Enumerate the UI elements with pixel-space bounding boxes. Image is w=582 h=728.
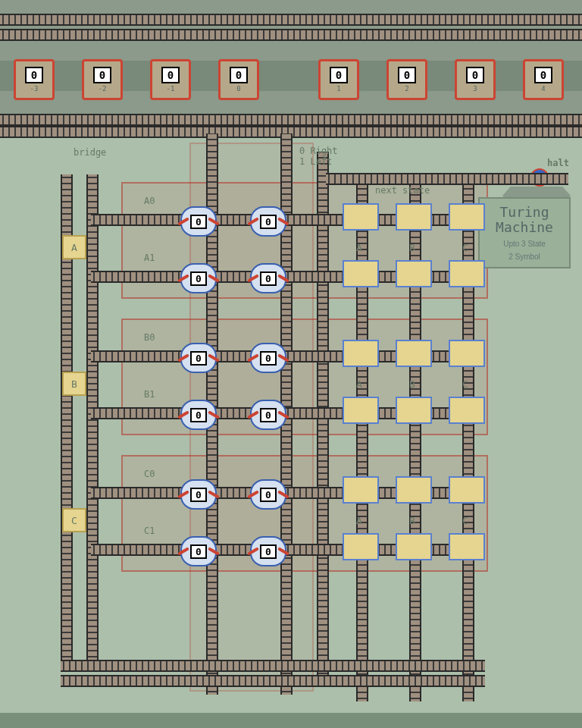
tape-cell[interactable]: 0-1 xyxy=(150,59,191,100)
next-header: C xyxy=(462,378,468,390)
tape-track-bottom xyxy=(0,114,582,126)
tape-track-top xyxy=(0,14,582,26)
next-state-cell[interactable] xyxy=(449,397,485,424)
next-header: B xyxy=(409,378,415,390)
row-label: A1 xyxy=(144,253,155,263)
halt-label: halt xyxy=(547,158,569,168)
next-header: B xyxy=(409,515,415,526)
tape-cell[interactable]: 03 xyxy=(455,59,496,100)
tape-cell[interactable]: 02 xyxy=(386,59,427,100)
write-switch[interactable]: 0 xyxy=(180,263,217,293)
next-state-cell[interactable] xyxy=(449,203,485,231)
write-switch[interactable]: 0 xyxy=(180,343,217,373)
tape-cell[interactable]: 0-2 xyxy=(82,59,123,100)
tape-cell[interactable]: 01 xyxy=(318,59,359,100)
next-state-cell[interactable] xyxy=(343,260,379,287)
next-state-cell[interactable] xyxy=(396,203,432,231)
next-state-cell[interactable] xyxy=(343,340,379,367)
row-label: C1 xyxy=(144,526,155,536)
next-header: A xyxy=(356,242,362,253)
next-state-cell[interactable] xyxy=(396,340,432,367)
next-state-label: next state xyxy=(375,185,430,196)
return-track-bottom2 xyxy=(61,675,485,687)
dir-switch[interactable]: 0 xyxy=(250,536,286,566)
dir-switch[interactable]: 0 xyxy=(250,343,286,373)
next-track-c xyxy=(462,178,474,701)
next-header: C xyxy=(462,515,468,526)
tape-track-2 xyxy=(0,29,582,41)
dir-label: 0 Right 1 Left xyxy=(299,146,338,167)
write-switch[interactable]: 0 xyxy=(180,479,217,510)
next-track-a xyxy=(356,178,368,701)
state-box-b[interactable]: B xyxy=(62,372,86,396)
next-state-cell[interactable] xyxy=(449,533,485,560)
return-track-bottom xyxy=(61,660,485,672)
next-state-cell[interactable] xyxy=(449,260,485,287)
row-label: C0 xyxy=(144,469,155,479)
write-switch[interactable]: 0 xyxy=(180,206,217,237)
next-state-cell[interactable] xyxy=(343,476,379,504)
next-state-cell[interactable] xyxy=(396,260,432,287)
next-state-cell[interactable] xyxy=(449,340,485,367)
title-box: Turing Machine Upto 3 State 2 Symbol xyxy=(478,197,571,268)
next-state-cell[interactable] xyxy=(449,476,485,504)
write-switch[interactable]: 0 xyxy=(180,400,217,430)
next-state-cell[interactable] xyxy=(343,203,379,231)
halt-track xyxy=(326,173,568,185)
row-label: B1 xyxy=(144,389,155,400)
next-state-cell[interactable] xyxy=(396,397,432,424)
dir-switch[interactable]: 0 xyxy=(250,479,286,510)
tape-cell[interactable]: 04 xyxy=(523,59,564,100)
write-switch[interactable]: 0 xyxy=(180,536,217,566)
row-label: B0 xyxy=(144,332,155,343)
dir-switch[interactable]: 0 xyxy=(250,263,286,293)
footer-strip xyxy=(0,713,582,728)
row-label: A0 xyxy=(144,196,155,206)
state-box-a[interactable]: A xyxy=(62,235,86,259)
next-header: C xyxy=(462,242,468,253)
next-header: A xyxy=(356,515,362,526)
next-header: B xyxy=(409,242,415,253)
dir-switch[interactable]: 0 xyxy=(250,206,286,237)
next-state-cell[interactable] xyxy=(396,533,432,560)
bridge-label: bridge xyxy=(74,147,106,158)
next-track-b xyxy=(409,178,421,701)
next-state-cell[interactable] xyxy=(343,533,379,560)
next-state-cell[interactable] xyxy=(396,476,432,504)
state-box-c[interactable]: C xyxy=(62,508,86,532)
dir-switch[interactable]: 0 xyxy=(250,400,286,430)
tape-cell[interactable]: 00 xyxy=(218,59,259,100)
next-header: A xyxy=(356,378,362,390)
tape-cell[interactable]: 0-3 xyxy=(14,59,55,100)
next-state-cell[interactable] xyxy=(343,397,379,424)
